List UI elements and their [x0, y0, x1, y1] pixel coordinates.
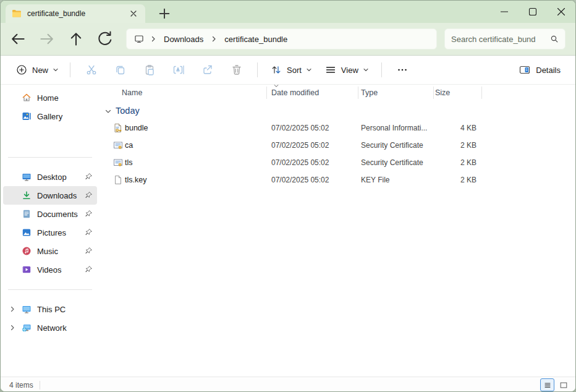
tab-certificate-bundle[interactable]: certificate_bundle [6, 4, 145, 23]
status-bar: 4 items [1, 377, 575, 392]
details-view-toggle[interactable] [540, 378, 554, 391]
file-size: 2 KB [433, 176, 476, 184]
refresh-button[interactable] [95, 29, 115, 49]
breadcrumb-downloads[interactable]: Downloads [163, 33, 205, 46]
rename-button[interactable] [164, 59, 193, 81]
file-row-bundle[interactable]: bundle 07/02/2025 05:02 Personal Informa… [100, 119, 575, 137]
sidebar-item-label: Videos [37, 265, 62, 275]
navigation-pane: Home Gallery Desktop [1, 85, 100, 377]
minimize-button[interactable] [490, 1, 519, 23]
address-bar[interactable]: Downloads certificate_bundle [126, 28, 437, 49]
view-button[interactable]: View [318, 59, 375, 81]
copy-icon [114, 64, 127, 76]
maximize-button[interactable] [519, 1, 547, 23]
chevron-right-icon[interactable] [9, 324, 16, 331]
sidebar-item-network[interactable]: Network [3, 318, 97, 337]
chevron-right-icon[interactable] [9, 305, 16, 313]
column-divider[interactable] [358, 87, 358, 99]
tab-close-icon[interactable] [128, 8, 139, 19]
sidebar-item-this-pc[interactable]: This PC [3, 300, 97, 318]
column-header-date-modified[interactable]: Date modified [271, 88, 319, 97]
column-headers: Name Date modified Type Size [100, 85, 575, 101]
copy-button[interactable] [106, 59, 135, 81]
status-divider [40, 381, 40, 390]
pin-icon [85, 173, 93, 181]
scissors-icon [85, 64, 98, 76]
delete-button[interactable] [222, 59, 251, 81]
cut-button[interactable] [77, 59, 106, 81]
close-button[interactable] [547, 1, 575, 23]
explorer-body: Home Gallery Desktop [1, 85, 575, 377]
file-icon [113, 175, 123, 185]
file-size: 2 KB [433, 158, 476, 167]
file-row-tls-key[interactable]: tls.key 07/02/2025 05:02 KEY File 2 KB [100, 171, 575, 189]
new-button[interactable]: New [11, 59, 64, 81]
forward-button[interactable] [37, 29, 57, 49]
downloads-icon [22, 190, 32, 200]
up-button[interactable] [66, 29, 86, 49]
rename-icon [172, 64, 185, 76]
file-explorer-window: certificate_bundle [0, 0, 576, 392]
file-type: Security Certificate [361, 141, 423, 150]
pin-icon [85, 210, 93, 218]
videos-icon [22, 265, 32, 275]
large-icons-view-toggle[interactable] [556, 378, 570, 391]
share-icon [201, 64, 214, 76]
file-row-tls[interactable]: tls 07/02/2025 05:02 Security Certificat… [100, 154, 575, 171]
sidebar-item-gallery[interactable]: Gallery [3, 107, 97, 126]
chevron-down-icon [53, 67, 59, 73]
chevron-down-icon [306, 67, 312, 73]
file-row-ca[interactable]: ca 07/02/2025 05:02 Security Certificate… [100, 137, 575, 154]
file-name: ca [125, 141, 133, 150]
file-date-modified: 07/02/2025 05:02 [271, 141, 329, 150]
column-header-size[interactable]: Size [435, 88, 450, 97]
details-pane-button[interactable]: Details [514, 59, 565, 81]
column-header-type[interactable]: Type [361, 88, 378, 97]
ellipsis-icon [396, 64, 409, 76]
file-name: bundle [125, 124, 148, 132]
search-placeholder: Search certificate_bund [451, 35, 550, 44]
sidebar-item-downloads[interactable]: Downloads [3, 186, 97, 205]
chevron-right-icon [210, 35, 218, 43]
file-date-modified: 07/02/2025 05:02 [271, 124, 329, 132]
monitor-icon [134, 34, 144, 44]
pin-icon [85, 191, 93, 199]
new-tab-button[interactable] [156, 6, 172, 22]
file-type: Security Certificate [361, 158, 423, 167]
sidebar-item-label: Network [37, 323, 67, 333]
column-divider[interactable] [266, 87, 267, 99]
paste-button[interactable] [135, 59, 164, 81]
more-options-button[interactable] [388, 59, 417, 81]
sidebar-item-label: Documents [37, 210, 78, 219]
tab-bar: certificate_bundle [1, 1, 575, 23]
view-toggles [540, 378, 570, 391]
sort-icon [270, 64, 282, 76]
trash-icon [231, 64, 243, 76]
column-divider[interactable] [481, 87, 482, 99]
toolbar-divider [257, 62, 258, 77]
column-divider[interactable] [433, 87, 434, 99]
share-button[interactable] [193, 59, 222, 81]
file-list: Name Date modified Type Size Today [100, 85, 575, 377]
chevron-down-icon[interactable] [104, 108, 112, 115]
new-button-label: New [32, 66, 48, 75]
sidebar-item-label: Pictures [37, 228, 66, 237]
pin-icon [85, 247, 93, 255]
pictures-icon [22, 228, 32, 237]
column-header-name[interactable]: Name [122, 88, 142, 97]
search-box[interactable]: Search certificate_bund [444, 28, 565, 49]
sidebar-item-music[interactable]: Music [3, 242, 97, 260]
breadcrumb-certificate-bundle[interactable]: certificate_bundle [223, 33, 289, 46]
group-header-today[interactable]: Today [100, 102, 575, 119]
desktop-icon [22, 172, 32, 182]
certificate-key-icon [113, 123, 123, 133]
sidebar-item-home[interactable]: Home [3, 88, 97, 107]
sidebar-item-pictures[interactable]: Pictures [3, 223, 97, 242]
sidebar-item-desktop[interactable]: Desktop [3, 168, 97, 186]
chevron-down-icon [363, 67, 369, 73]
sidebar-item-videos[interactable]: Videos [3, 260, 97, 279]
item-count: 4 items [9, 381, 33, 390]
sort-button[interactable]: Sort [264, 59, 318, 81]
back-button[interactable] [8, 29, 28, 49]
sidebar-item-documents[interactable]: Documents [3, 205, 97, 223]
